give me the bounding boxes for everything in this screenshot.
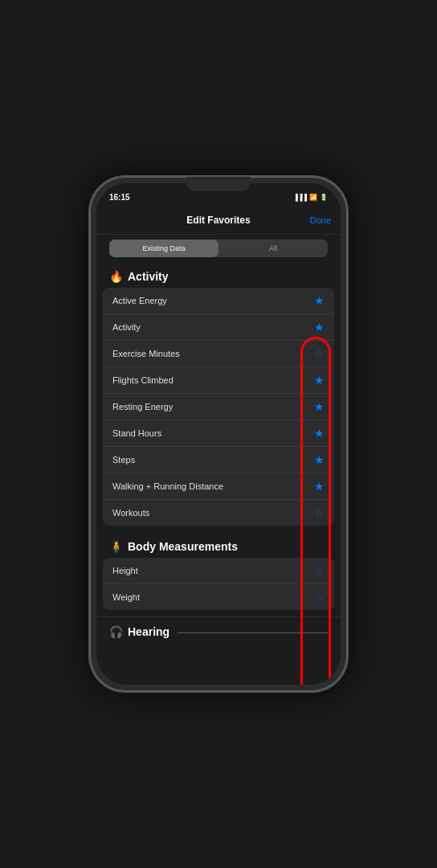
hearing-icon: 🎧 — [109, 625, 123, 638]
list-item: Activity ★ — [103, 314, 334, 341]
body-list: Height ☆ Weight ☆ — [103, 558, 334, 610]
hearing-divider — [178, 633, 328, 633]
activity-icon: 🔥 — [109, 270, 123, 283]
item-activity: Activity — [112, 322, 141, 332]
list-item: Workouts ☆ — [103, 500, 334, 526]
star-height[interactable]: ☆ — [314, 564, 325, 577]
segment-control: Existing Data All — [96, 235, 341, 262]
item-steps: Steps — [112, 455, 135, 465]
list-item: Steps ★ — [103, 447, 334, 473]
hearing-section-title: Hearing — [128, 625, 169, 638]
item-active-energy: Active Energy — [112, 296, 167, 305]
star-walking-running[interactable]: ★ — [314, 480, 325, 493]
scroll-content[interactable]: 🔥 Activity Active Energy ★ Activity ★ Ex… — [96, 262, 341, 685]
list-item: Walking + Running Distance ★ — [103, 473, 334, 500]
list-item: Flights Climbed ★ — [103, 367, 334, 394]
star-weight[interactable]: ☆ — [314, 591, 325, 604]
list-item: Height ☆ — [103, 558, 334, 584]
item-workouts: Workouts — [112, 508, 149, 518]
segment-existing[interactable]: Existing Data — [109, 240, 218, 257]
signal-icon: ▐▐▐ — [293, 194, 307, 201]
nav-title: Edit Favorites — [186, 215, 250, 226]
section-header-hearing: 🎧 Hearing — [96, 616, 341, 641]
battery-icon: 🔋 — [320, 194, 328, 201]
list-item: Stand Hours ★ — [103, 420, 334, 447]
list-item: Resting Energy ★ — [103, 394, 334, 420]
section-header-activity: 🔥 Activity — [96, 262, 341, 286]
star-exercise-minutes[interactable]: ☆ — [314, 347, 325, 360]
list-item: Exercise Minutes ☆ — [103, 341, 334, 367]
star-workouts[interactable]: ☆ — [314, 506, 325, 519]
item-exercise-minutes: Exercise Minutes — [112, 349, 180, 358]
star-steps[interactable]: ★ — [314, 453, 325, 466]
nav-bar: Edit Favorites Done — [96, 206, 341, 235]
body-icon: 🧍 — [109, 540, 123, 553]
star-stand-hours[interactable]: ★ — [314, 427, 325, 440]
phone-frame: 16:15 ▐▐▐ 📶 🔋 Edit Favorites Done Existi… — [90, 177, 347, 691]
body-section-title: Body Measurements — [128, 540, 238, 553]
item-flights-climbed: Flights Climbed — [112, 375, 174, 385]
status-time: 16:15 — [109, 193, 130, 202]
done-button[interactable]: Done — [310, 215, 331, 225]
notch — [186, 177, 251, 191]
item-height: Height — [112, 566, 138, 575]
wifi-icon: 📶 — [309, 194, 317, 201]
list-item: Weight ☆ — [103, 584, 334, 610]
star-resting-energy[interactable]: ★ — [314, 400, 325, 413]
activity-section-title: Activity — [128, 270, 169, 283]
activity-list: Active Energy ★ Activity ★ Exercise Minu… — [103, 288, 334, 526]
phone-screen: 16:15 ▐▐▐ 📶 🔋 Edit Favorites Done Existi… — [96, 183, 341, 685]
segment-inner: Existing Data All — [109, 240, 328, 257]
status-icons: ▐▐▐ 📶 🔋 — [293, 194, 328, 201]
item-stand-hours: Stand Hours — [112, 428, 161, 438]
list-item: Active Energy ★ — [103, 288, 334, 314]
segment-all[interactable]: All — [218, 240, 328, 257]
star-active-energy[interactable]: ★ — [314, 294, 325, 307]
star-activity[interactable]: ★ — [314, 321, 325, 334]
item-weight: Weight — [112, 592, 140, 602]
star-flights-climbed[interactable]: ★ — [314, 374, 325, 387]
section-header-body: 🧍 Body Measurements — [96, 532, 341, 556]
item-resting-energy: Resting Energy — [112, 402, 173, 411]
item-walking-running: Walking + Running Distance — [112, 481, 223, 491]
